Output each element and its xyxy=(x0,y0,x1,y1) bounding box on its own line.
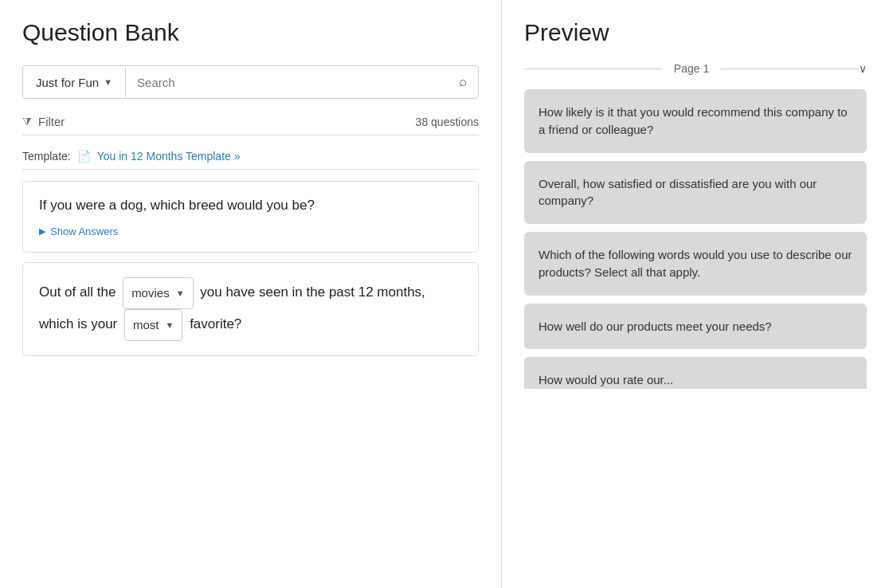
search-input[interactable] xyxy=(126,68,448,97)
inline-select-most-label: most xyxy=(133,313,159,337)
template-doc-icon: 📄 xyxy=(77,150,91,163)
question-count: 38 questions xyxy=(416,116,479,128)
question-card-2: Out of all the movies ▼ you have seen in… xyxy=(22,262,479,356)
inline-select-movies[interactable]: movies ▼ xyxy=(123,277,193,309)
page-line-left xyxy=(524,69,663,69)
questions-list: If you were a dog, which breed would you… xyxy=(22,181,479,569)
preview-question-card-1: How likely is it that you would recommen… xyxy=(524,89,867,153)
left-panel: Question Bank Just for Fun ▼ ⌕ ⧩ Filter … xyxy=(0,0,502,588)
show-answers-button[interactable]: ▶ Show Answers xyxy=(39,225,118,237)
inline-select-movies-arrow-icon: ▼ xyxy=(176,284,185,302)
template-row: Template: 📄 You in 12 Months Template » xyxy=(22,143,479,170)
preview-question-card-3: Which of the following words would you u… xyxy=(524,232,867,296)
filter-bar: Just for Fun ▼ ⌕ xyxy=(22,65,479,99)
page-chevron-icon[interactable]: ∨ xyxy=(859,62,867,75)
inline-select-most[interactable]: most ▼ xyxy=(124,309,182,341)
inline-question-2: Out of all the movies ▼ you have seen in… xyxy=(39,277,462,341)
inline-text-part3: favorite? xyxy=(190,316,241,331)
show-answers-arrow-icon: ▶ xyxy=(39,226,45,237)
page-title: Question Bank xyxy=(22,19,479,46)
inline-text-part1: Out of all the xyxy=(39,284,119,300)
preview-question-card-5: How would you rate our... xyxy=(524,357,867,389)
category-dropdown[interactable]: Just for Fun ▼ xyxy=(23,68,126,97)
inline-select-most-arrow-icon: ▼ xyxy=(166,316,174,334)
page-line-right xyxy=(720,69,859,69)
preview-question-card-2: Overall, how satisfied or dissatisfied a… xyxy=(524,161,867,225)
filter-label: Filter xyxy=(38,115,65,128)
preview-question-text-5: How would you rate our... xyxy=(538,371,852,389)
category-label: Just for Fun xyxy=(36,76,99,89)
search-button[interactable]: ⌕ xyxy=(448,66,478,98)
preview-question-text-3: Which of the following words would you u… xyxy=(538,246,852,281)
inline-select-movies-label: movies xyxy=(131,281,170,305)
filter-left: ⧩ Filter xyxy=(22,115,65,128)
preview-questions: How likely is it that you would recommen… xyxy=(524,89,867,569)
filter-icon: ⧩ xyxy=(22,115,32,128)
preview-question-card-4: How well do our products meet your needs… xyxy=(524,304,867,350)
preview-question-text-1: How likely is it that you would recommen… xyxy=(538,104,852,139)
page-label: Page 1 xyxy=(663,62,720,75)
question-text-1: If you were a dog, which breed would you… xyxy=(39,196,462,216)
preview-question-text-2: Overall, how satisfied or dissatisfied a… xyxy=(538,175,852,210)
template-link[interactable]: You in 12 Months Template » xyxy=(97,150,241,163)
page-indicator: Page 1 ∨ xyxy=(524,62,867,75)
template-label: Template: xyxy=(22,150,71,163)
question-card-1: If you were a dog, which breed would you… xyxy=(22,181,479,253)
dropdown-arrow-icon: ▼ xyxy=(104,77,112,87)
preview-question-text-4: How well do our products meet your needs… xyxy=(538,318,852,335)
show-answers-label: Show Answers xyxy=(50,225,118,237)
right-panel: Preview Page 1 ∨ How likely is it that y… xyxy=(502,0,889,588)
filter-row: ⧩ Filter 38 questions xyxy=(22,108,479,135)
search-icon: ⌕ xyxy=(459,74,467,89)
preview-title: Preview xyxy=(524,19,867,46)
